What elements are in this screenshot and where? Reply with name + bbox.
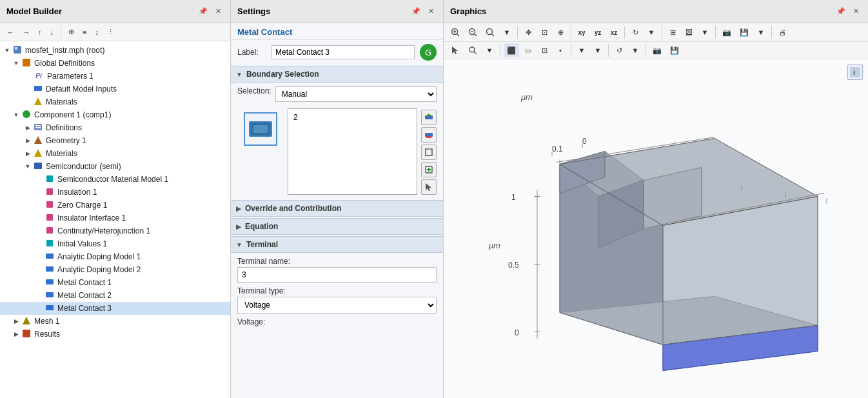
export-dropdown-btn[interactable]: ▼ [754,25,768,39]
tree-comp1[interactable]: ▼ Component 1 (comp1) [0,108,230,121]
sel-point-btn[interactable]: • [553,43,567,57]
tree-metalcontact1[interactable]: Metal Contact 1 [0,276,230,289]
render-dropdown-btn[interactable]: ▼ [698,25,712,39]
tree-insulation1[interactable]: Insulation 1 [0,186,230,199]
screenshot-btn[interactable]: 📷 [719,25,735,39]
boundary-list[interactable]: 2 [288,108,417,195]
override-contribution-header[interactable]: ▶ Override and Contribution [231,200,443,217]
tree-materials-global[interactable]: Materials [0,95,230,108]
tree-definitions[interactable]: ▶ Definitions [0,121,230,134]
view-xz-btn[interactable]: xz [607,25,621,39]
boundary-selection-header[interactable]: ▼ Boundary Selection [231,66,443,83]
override-contribution-arrow: ▶ [236,205,241,212]
more-btn[interactable]: ⋮ [104,26,117,38]
nav-down-btn[interactable]: ↓ [47,26,57,38]
tree-metalcontact2[interactable]: Metal Contact 2 [0,289,230,302]
graphics-close-btn[interactable]: ✕ [851,6,862,17]
settings-pin-btn[interactable]: 📌 [409,6,423,17]
tree-params1[interactable]: Pi Parameters 1 [0,70,230,83]
tree-global-defs[interactable]: ▼ Global Definitions [0,57,230,70]
tree-materials-comp[interactable]: ▶ Materials [0,147,230,160]
svg-text:i: i [853,68,855,76]
print-btn[interactable]: 🖨 [775,25,789,39]
voltage-label: Voltage: [237,317,437,326]
zoom-area-btn[interactable] [465,43,480,57]
reset-view-btn[interactable]: ↻ [628,25,642,39]
tree-analyticdop2[interactable]: Analytic Doping Model 2 [0,263,230,276]
export-btn[interactable]: 💾 [736,25,752,39]
render-btn[interactable]: 🖼 [682,25,696,39]
sel-boundary-btn[interactable]: ▭ [521,43,535,57]
svg-rect-2 [23,59,30,66]
label-action-btn[interactable]: G [420,44,437,61]
create-selection-btn[interactable] [421,162,437,177]
move-btn[interactable]: ↕ [92,26,102,38]
select-btn[interactable] [448,43,463,57]
tree-metalcontact3[interactable]: Metal Contact 3 [0,302,230,315]
zoom-in-btn[interactable] [448,25,463,39]
nav-back-btn[interactable]: ← [4,26,17,38]
terminal-section-header[interactable]: ▼ Terminal [231,236,443,253]
info-box-btn[interactable]: i [847,65,863,80]
equation-header[interactable]: ▶ Equation [231,218,443,235]
svg-rect-20 [46,279,54,284]
svg-rect-13 [46,188,53,195]
zoom-dropdown-btn[interactable]: ▼ [500,25,514,39]
terminal-name-input[interactable] [237,267,437,283]
tree-continuity1[interactable]: Continuity/Heterojunction 1 [0,224,230,237]
settings-body: Label: G ▼ Boundary Selection Selection:… [231,40,443,398]
boundary-item-2[interactable]: 2 [291,112,414,123]
cursor-btn[interactable] [421,179,437,195]
tree-zerocharge1[interactable]: Zero Charge 1 [0,199,230,212]
settings-close-btn[interactable]: ✕ [426,6,437,17]
tree-semiconductor[interactable]: ▼ Semiconductor (semi) [0,160,230,173]
3d-mosfet-viewport: μm μm μm 0.1 0 1 1 2 3 1 0.5 0 [444,59,868,398]
svg-rect-22 [46,305,54,310]
paste-selection-btn[interactable] [421,144,437,160]
camera-btn[interactable]: 📷 [649,43,665,57]
sel-domain-btn[interactable]: ⬛ [504,43,519,57]
nav-forward-btn[interactable]: → [19,26,33,38]
more-opts-btn[interactable]: ▼ [591,43,605,57]
zoom-extents-btn[interactable] [482,25,498,39]
tree-insulatoriface1[interactable]: Insulator Interface 1 [0,212,230,224]
rotate-btn[interactable]: ⊕ [553,25,567,39]
tree-mesh1[interactable]: ▶ Mesh 1 [0,315,230,328]
add-to-selection-btn[interactable] [421,110,437,125]
sel-edge-btn[interactable]: ⊡ [537,43,551,57]
zoom-out-btn[interactable] [465,25,480,39]
tree-initialvals1[interactable]: Initial Values 1 [0,237,230,250]
model-builder-close-btn[interactable]: ✕ [213,6,224,17]
visibility-btn[interactable]: ▼ [575,43,589,57]
tree-results[interactable]: ▶ Results [0,328,230,341]
add-node-btn[interactable]: ⊕ [65,26,77,38]
remove-from-selection-btn[interactable] [421,127,437,143]
boundary-preview[interactable] [244,112,277,146]
terminal-type-select[interactable]: Voltage Current Power Circuit [237,297,437,313]
nav-up-btn[interactable]: ↑ [35,26,45,38]
terminal-type-select-wrap: Voltage Current Power Circuit [237,297,437,313]
label-field-input[interactable] [271,45,415,59]
tree-root[interactable]: ▼ mosfet_instr.mph (root) [0,44,230,57]
shading-btn[interactable]: ⊞ [666,25,680,39]
pan-btn[interactable]: ✥ [521,25,535,39]
tree-geometry1[interactable]: ▶ Geometry 1 [0,134,230,147]
display-dropdown-btn[interactable]: ▼ [482,43,497,57]
view-xy-btn[interactable]: xy [575,25,589,39]
zoom-window-btn[interactable]: ⊡ [537,25,551,39]
svg-line-42 [475,34,477,37]
tree-insulatoriface1-label: Insulator Interface 1 [57,214,126,223]
snap-btn[interactable]: ↺ [612,43,626,57]
view-yz-btn[interactable]: yz [591,25,605,39]
svg-point-47 [469,47,475,52]
graphics-pin-btn[interactable]: 📌 [834,6,848,17]
selection-dropdown[interactable]: Manual [275,86,437,102]
export2-btn[interactable]: 💾 [667,43,682,57]
view-dropdown-btn[interactable]: ▼ [644,25,658,39]
expand-btn[interactable]: ≡ [79,26,90,38]
tree-semmat1[interactable]: Semiconductor Material Model 1 [0,173,230,186]
model-builder-pin-btn[interactable]: 📌 [196,6,210,17]
snap-dropdown-btn[interactable]: ▼ [628,43,642,57]
tree-analyticdop1[interactable]: Analytic Doping Model 1 [0,250,230,263]
tree-default-inputs[interactable]: Default Model Inputs [0,83,230,95]
